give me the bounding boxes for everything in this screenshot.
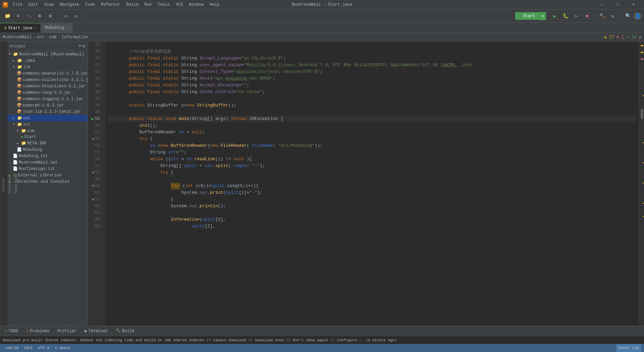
minimize-button[interactable]: — bbox=[594, 0, 609, 9]
inline-warning-2 bbox=[643, 142, 644, 143]
line-num-66: 66 bbox=[88, 223, 103, 230]
breadcrumb-info[interactable]: Information bbox=[61, 35, 88, 40]
tree-jar-7[interactable]: 📦 json-lib-2.2.3-jdk15.jar bbox=[7, 108, 88, 115]
code-line-64 bbox=[108, 210, 636, 216]
expand-arrow[interactable]: ▲ bbox=[639, 35, 641, 40]
warning-scroll-marker-1 bbox=[641, 45, 643, 46]
update-button[interactable]: ↻ bbox=[608, 11, 618, 21]
tab-todo[interactable]: ✔ TODO bbox=[3, 328, 20, 334]
stop-button[interactable]: ■ bbox=[582, 11, 592, 21]
user-icon[interactable]: 👤 bbox=[634, 12, 641, 20]
breadcrumb-root[interactable]: MushroomNail bbox=[3, 35, 32, 40]
inline-warning-5 bbox=[643, 203, 644, 204]
tree-moguding[interactable]: 📄 MoGuDing bbox=[7, 146, 88, 153]
tab-close-start[interactable]: ✕ bbox=[35, 26, 37, 30]
menu-vcs[interactable]: VCS bbox=[173, 2, 186, 8]
structure-panel-label[interactable]: Structure bbox=[7, 173, 13, 196]
tree-out[interactable]: ▶ 📁 out bbox=[7, 115, 88, 121]
event-log-button[interactable]: Event Log bbox=[616, 344, 641, 352]
toolbar-btn-1[interactable]: ≡ bbox=[13, 11, 23, 21]
run-button[interactable]: ▶ bbox=[550, 11, 559, 21]
tree-label-metainf: META-INF bbox=[27, 141, 47, 146]
tree-jar-5[interactable]: 📦 commons-logging-1.1.1.jar bbox=[7, 96, 88, 102]
tab-build[interactable]: 🔨 Build bbox=[114, 328, 136, 334]
back-button[interactable]: ◁ bbox=[61, 11, 70, 21]
menu-edit[interactable]: Edit bbox=[26, 2, 41, 8]
tab-moguding[interactable]: MoGuDing ✕ bbox=[41, 23, 73, 33]
statusbar: 109:28 CRLF UTF-8 4 space Event Log bbox=[0, 344, 644, 352]
build-button[interactable]: 🔨 bbox=[597, 11, 607, 21]
code-line-50: public static void main(String[] args) t… bbox=[108, 116, 636, 122]
forward-button[interactable]: ▷ bbox=[71, 11, 81, 21]
maximize-button[interactable]: ❐ bbox=[610, 0, 625, 9]
line-num-51: 51 bbox=[88, 122, 103, 129]
menu-view[interactable]: View bbox=[42, 2, 57, 8]
tree-com[interactable]: ▼ 📁 com bbox=[7, 128, 88, 134]
breadcrumb-com[interactable]: com bbox=[49, 35, 56, 40]
tab-label-start: Start.java bbox=[8, 26, 33, 31]
menu-file[interactable]: File bbox=[10, 2, 25, 8]
tree-src[interactable]: ▼ 📁 src bbox=[7, 121, 88, 128]
tree-jar-4[interactable]: 📦 commons-lang-2.3.jar bbox=[7, 89, 88, 96]
code-editor[interactable]: //http请求头部信息。 public final static String… bbox=[105, 42, 639, 326]
breakpoint-62: ◉ bbox=[92, 196, 94, 203]
tree-jar-3[interactable]: 📦 commons-httpclient-3.1.jar bbox=[7, 83, 88, 89]
menu-build[interactable]: Build bbox=[123, 2, 141, 8]
tab-terminal[interactable]: ▶ Terminal bbox=[83, 328, 110, 334]
tab-problems[interactable]: ⚠ Problems bbox=[24, 328, 51, 334]
menu-run[interactable]: Run bbox=[142, 2, 154, 8]
project-view-button[interactable]: 📁 bbox=[3, 11, 12, 21]
run-coverage-button[interactable]: ▷ bbox=[572, 11, 581, 21]
code-line-47 bbox=[108, 95, 636, 102]
scrollbar-thumb[interactable] bbox=[641, 109, 643, 119]
menu-code[interactable]: Code bbox=[83, 2, 98, 8]
run-config-button[interactable]: ▶ Start bbox=[515, 12, 539, 20]
menu-refactor[interactable]: Refactor bbox=[98, 2, 123, 8]
editor-scroll-gutter[interactable] bbox=[639, 42, 644, 326]
tree-moguding-txt[interactable]: 📄 MoGuDing.txt bbox=[7, 153, 88, 159]
tree-jar-6[interactable]: 📦 ezmorph-1.0.3.jar bbox=[7, 102, 88, 108]
tree-start[interactable]: ● Start bbox=[7, 134, 88, 140]
tab-close-moguding[interactable]: ✕ bbox=[66, 26, 68, 30]
line-num-63: 63 bbox=[88, 203, 103, 210]
status-position[interactable]: 109:28 bbox=[3, 344, 21, 352]
tree-runtime-logo[interactable]: 📄 RunTimeLogo.txt bbox=[7, 166, 88, 172]
todo-label: TODO bbox=[8, 329, 18, 334]
editor-area: 39 40 41 42 43 44 45 46 47 48 49 ▶ 50 51… bbox=[88, 42, 644, 326]
menu-help[interactable]: Help bbox=[207, 2, 222, 8]
toolbar-btn-2[interactable]: ↑↓ bbox=[24, 11, 34, 21]
tree-jar-1[interactable]: 📦 commons-beanutils-1.7.0.jar bbox=[7, 70, 88, 77]
menu-tools[interactable]: Tools bbox=[155, 2, 172, 8]
toolbar-btn-3[interactable]: ⊞ bbox=[35, 11, 44, 21]
tree-metainf[interactable]: ▶ 📁 META-INF bbox=[7, 140, 88, 146]
tree-label-start: Start bbox=[24, 135, 36, 139]
favorites-panel-label[interactable]: Favorites bbox=[13, 173, 19, 196]
tree-icon-2[interactable]: ⚙ bbox=[83, 44, 85, 49]
tree-mushroom-iml[interactable]: 📄 MushroomNail.iml bbox=[7, 159, 88, 166]
debug-button[interactable]: 🐛 bbox=[561, 11, 570, 21]
run-config-dropdown[interactable]: ▾ bbox=[539, 12, 546, 20]
titlebar: M File Edit View Navigate Code Refactor … bbox=[0, 0, 644, 9]
tab-start-java[interactable]: J Start.java ✕ bbox=[0, 23, 41, 33]
search-button[interactable]: 🔍 bbox=[623, 11, 633, 21]
tree-icon-1[interactable]: ≡ bbox=[79, 44, 81, 49]
toolbar-separator bbox=[58, 13, 58, 19]
tab-profiler[interactable]: Profiler bbox=[55, 328, 79, 334]
line-num-40: 40 bbox=[88, 48, 103, 55]
tree-project-root[interactable]: ▼ 📁 MushroomNail [MushroomNail] bbox=[7, 51, 88, 57]
project-panel-label[interactable]: Project bbox=[0, 175, 7, 194]
menu-navigate[interactable]: Navigate bbox=[57, 2, 82, 8]
profiler-label: Profiler bbox=[57, 329, 77, 334]
menu-window[interactable]: Window bbox=[186, 2, 206, 8]
status-line-sep[interactable]: CRLF bbox=[21, 344, 36, 352]
status-encoding[interactable]: UTF-8 bbox=[36, 344, 52, 352]
breadcrumb-src[interactable]: src bbox=[37, 35, 44, 40]
settings-button[interactable]: ⚙ bbox=[46, 11, 55, 21]
tree-label-moguding-txt: MoGuDing.txt bbox=[19, 154, 48, 159]
tree-lib[interactable]: ▼ 📁 lib bbox=[7, 64, 88, 70]
close-button[interactable]: ✕ bbox=[626, 0, 641, 9]
tree-idea[interactable]: ▶ 📁 .idea bbox=[7, 57, 88, 64]
status-indent[interactable]: 4 space bbox=[52, 344, 73, 352]
tree-jar-2[interactable]: 📦 commons-collections-3.2.1.jar bbox=[7, 77, 88, 83]
tree-label-extlibs: External Libraries bbox=[18, 173, 62, 178]
